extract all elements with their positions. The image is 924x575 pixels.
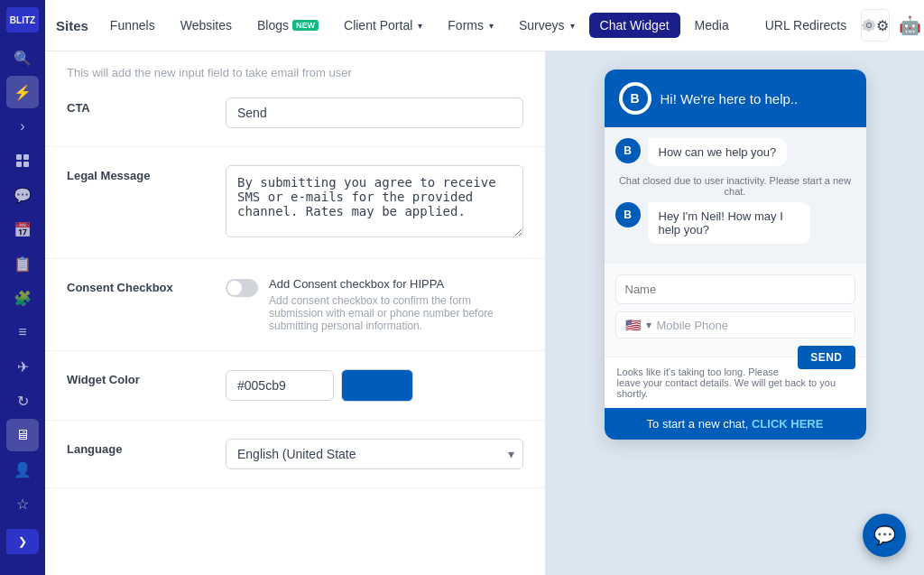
language-label: Language (67, 439, 211, 456)
tab-websites[interactable]: Websites (170, 13, 243, 38)
legal-message-textarea[interactable]: By submitting you agree to receive SMS o… (226, 165, 523, 237)
robot-icon-btn[interactable]: 🤖 (893, 9, 924, 42)
widget-color-label: Widget Color (67, 369, 211, 386)
tab-surveys[interactable]: Surveys ▾ (508, 13, 586, 38)
chat-message-1: How can we help you? (648, 138, 788, 166)
phone-dropdown[interactable]: ▾ (646, 319, 651, 331)
tab-forms[interactable]: Forms ▾ (437, 13, 504, 38)
consent-toggle-desc: Add consent checkbox to confirm the form… (269, 294, 523, 332)
flag-icon: 🇺🇸 (625, 318, 641, 332)
sidebar-item-more[interactable]: › (6, 110, 39, 143)
chat-bubble-1: B How can we help you? (615, 138, 855, 166)
top-navigation: Sites Funnels Websites Blogs NEW Client … (45, 0, 924, 51)
chat-float-button[interactable]: 💬 (863, 514, 906, 557)
sidebar: BLITZ 🔍 ⚡ › 💬 📅 📋 🧩 ≡ ✈ ↻ 🖥 👤 ☆ ❯ (0, 0, 45, 575)
chat-message-2: Hey I'm Neil! How may I help you? (648, 202, 810, 244)
svg-rect-3 (23, 162, 29, 167)
chat-header: B Hi! We're here to help.. (605, 70, 866, 127)
client-portal-chevron: ▾ (418, 21, 422, 31)
svg-rect-0 (16, 154, 22, 160)
sidebar-item-calendar[interactable]: 📅 (6, 213, 39, 246)
legal-message-label: Legal Message (67, 165, 211, 182)
tab-chat-widget[interactable]: Chat Widget (589, 13, 680, 38)
sidebar-item-list[interactable]: ≡ (6, 316, 39, 348)
language-select[interactable]: English (United State (226, 439, 523, 469)
chat-header-text: Hi! We're here to help.. (661, 91, 799, 107)
phone-placeholder-text: Mobile Phone (657, 319, 729, 332)
chat-name-input[interactable] (615, 274, 855, 304)
sidebar-expand-btn[interactable]: ❯ (6, 529, 39, 554)
main-area: Sites Funnels Websites Blogs NEW Client … (45, 0, 924, 575)
forms-chevron: ▾ (489, 21, 494, 31)
form-panel: This will add the new input field to tak… (45, 51, 546, 575)
language-row: Language English (United State (45, 421, 545, 488)
sidebar-item-clipboard[interactable]: 📋 (6, 247, 39, 280)
sidebar-item-lightning[interactable]: ⚡ (6, 76, 39, 108)
sidebar-item-star[interactable]: ☆ (6, 487, 39, 520)
chat-click-here-bar: To start a new chat, CLICK HERE (605, 408, 866, 440)
sidebar-item-refresh[interactable]: ↻ (6, 385, 39, 417)
svg-rect-1 (23, 154, 29, 160)
consent-control: Add Consent checkbox for HIPPA Add conse… (226, 277, 523, 332)
sidebar-logo[interactable]: BLITZ (6, 7, 39, 32)
chat-avatar-1: B (615, 138, 641, 163)
consent-checkbox-label: Consent Checkbox (67, 277, 211, 294)
chat-send-button[interactable]: SEND (798, 346, 855, 369)
chat-logo-inner: B (623, 86, 648, 111)
chat-avatar-2: B (615, 202, 641, 227)
sidebar-item-person[interactable]: 👤 (6, 453, 39, 486)
cta-label: CTA (67, 97, 211, 115)
sidebar-item-grid[interactable] (6, 144, 39, 177)
consent-toggle-label: Add Consent checkbox for HIPPA (269, 277, 523, 291)
chat-phone-row: 🇺🇸 ▾ Mobile Phone (615, 311, 855, 339)
widget-color-control (226, 369, 523, 402)
legal-message-control: By submitting you agree to receive SMS o… (226, 165, 523, 240)
content-area: This will add the new input field to tak… (45, 51, 924, 575)
widget-color-row: Widget Color (45, 351, 545, 421)
consent-toggle[interactable] (226, 279, 258, 297)
sites-label: Sites (56, 18, 88, 33)
cta-input[interactable] (226, 97, 523, 128)
sidebar-item-screen[interactable]: 🖥 (6, 419, 39, 451)
helper-text-top: This will add the new input field to tak… (45, 51, 545, 79)
consent-checkbox-row: Consent Checkbox Add Consent checkbox fo… (45, 259, 545, 351)
sidebar-item-search[interactable]: 🔍 (6, 42, 39, 74)
sidebar-item-puzzle[interactable]: 🧩 (6, 282, 39, 314)
settings-gear-button[interactable]: ⚙ (861, 9, 890, 42)
chat-widget-preview: B Hi! We're here to help.. B How can we … (605, 70, 866, 440)
tab-media[interactable]: Media (684, 13, 740, 38)
tab-client-portal[interactable]: Client Portal ▾ (333, 13, 433, 38)
click-here-text: To start a new chat, (647, 417, 749, 431)
svg-rect-2 (16, 162, 22, 167)
tab-funnels[interactable]: Funnels (99, 13, 166, 38)
click-here-link[interactable]: CLICK HERE (752, 417, 823, 431)
tab-blogs[interactable]: Blogs NEW (246, 13, 329, 38)
sidebar-item-chat[interactable]: 💬 (6, 179, 39, 211)
surveys-chevron: ▾ (570, 21, 575, 31)
widget-color-swatch[interactable] (341, 369, 413, 402)
chat-bubble-2: B Hey I'm Neil! How may I help you? (615, 202, 855, 244)
widget-color-input[interactable] (226, 370, 334, 401)
chat-form: 🇺🇸 ▾ Mobile Phone SEND (605, 264, 866, 357)
sidebar-item-send[interactable]: ✈ (6, 350, 39, 383)
cta-row: CTA (45, 79, 545, 147)
chat-logo: B (619, 82, 651, 115)
chat-status-text: Chat closed due to user inactivity. Plea… (615, 175, 855, 197)
legal-message-row: Legal Message By submitting you agree to… (45, 147, 545, 259)
topnav-right-icons: 🤖 📞 📣 ● 👤 43 ❓ U (893, 9, 924, 42)
chat-body: B How can we help you? Chat closed due t… (605, 127, 866, 264)
language-control: English (United State (226, 439, 523, 469)
blogs-new-badge: NEW (292, 20, 319, 31)
tab-url-redirects[interactable]: URL Redirects (754, 13, 858, 38)
preview-panel: B Hi! We're here to help.. B How can we … (546, 51, 924, 575)
cta-control (226, 97, 523, 128)
